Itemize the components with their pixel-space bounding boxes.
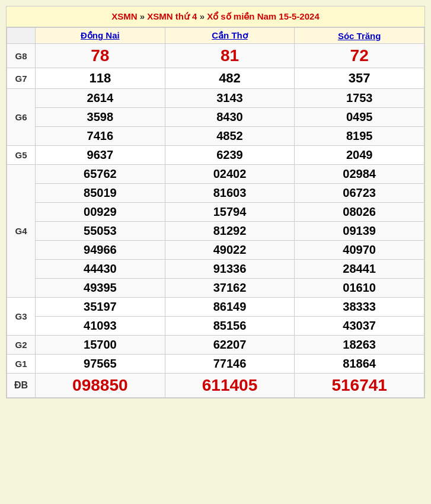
g4-r1-can-tho: 02402 (165, 165, 295, 184)
dong-nai-header: Đồng Nai (36, 28, 165, 44)
g4-r1-soc-trang: 02984 (295, 165, 424, 184)
g8-row: G8 78 81 72 (7, 44, 424, 68)
g3-r1-dong-nai: 35197 (36, 298, 165, 317)
g4-r3-soc-trang: 08026 (295, 203, 424, 222)
g6-r3-dong-nai: 7416 (36, 127, 165, 146)
g4-r2-dong-nai: 85019 (36, 184, 165, 203)
g3-row-2: 41093 85156 43037 (7, 317, 424, 336)
g3-r1-soc-trang: 38333 (295, 298, 424, 317)
g6-label: G6 (7, 89, 36, 146)
g6-r2-dong-nai: 3598 (36, 108, 165, 127)
db-label: ĐB (7, 374, 36, 398)
g4-r5-dong-nai: 94966 (36, 241, 165, 260)
g4-row-6: 44430 91336 28441 (7, 260, 424, 279)
g1-row: G1 97565 77146 81864 (7, 355, 424, 374)
db-can-tho: 611405 (165, 374, 295, 398)
g4-r3-dong-nai: 00929 (36, 203, 165, 222)
label-header (7, 28, 36, 44)
g3-r2-dong-nai: 41093 (36, 317, 165, 336)
g2-soc-trang: 18263 (295, 336, 424, 355)
g6-r3-soc-trang: 8195 (295, 127, 424, 146)
page-header: XSMN » XSMN thứ 4 » Xổ số miền Nam 15-5-… (7, 7, 424, 27)
g1-soc-trang: 81864 (295, 355, 424, 374)
g1-dong-nai: 97565 (36, 355, 165, 374)
g3-label: G3 (7, 298, 36, 336)
g1-can-tho: 77146 (165, 355, 295, 374)
g6-r1-can-tho: 3143 (165, 89, 295, 108)
g4-r4-dong-nai: 55053 (36, 222, 165, 241)
g3-r1-can-tho: 86149 (165, 298, 295, 317)
g4-r6-soc-trang: 28441 (295, 260, 424, 279)
g4-row-1: G4 65762 02402 02984 (7, 165, 424, 184)
db-dong-nai: 098850 (36, 374, 165, 398)
xsmn-link[interactable]: XSMN (111, 11, 137, 21)
sep1: » (140, 11, 148, 21)
g4-label: G4 (7, 165, 36, 298)
g5-can-tho: 6239 (165, 146, 295, 165)
g4-r5-can-tho: 49022 (165, 241, 295, 260)
g7-can-tho: 482 (165, 68, 295, 89)
g7-soc-trang: 357 (295, 68, 424, 89)
g8-can-tho: 81 (165, 44, 295, 68)
g4-r4-can-tho: 81292 (165, 222, 295, 241)
db-soc-trang: 516741 (295, 374, 424, 398)
soc-trang-header: Sóc Trăng (295, 28, 424, 44)
g3-row-1: G3 35197 86149 38333 (7, 298, 424, 317)
g2-dong-nai: 15700 (36, 336, 165, 355)
g4-row-5: 94966 49022 40970 (7, 241, 424, 260)
g8-label: G8 (7, 44, 36, 68)
page-title: Xổ số miền Nam 15-5-2024 (207, 11, 320, 21)
soc-trang-link[interactable]: Sóc Trăng (338, 31, 381, 41)
main-container: XSMN » XSMN thứ 4 » Xổ số miền Nam 15-5-… (6, 6, 425, 398)
g3-r2-can-tho: 85156 (165, 317, 295, 336)
g4-r4-soc-trang: 09139 (295, 222, 424, 241)
g4-row-2: 85019 81603 06723 (7, 184, 424, 203)
g8-soc-trang: 72 (295, 44, 424, 68)
g4-r3-can-tho: 15794 (165, 203, 295, 222)
g6-row-1: G6 2614 3143 1753 (7, 89, 424, 108)
g4-row-3: 00929 15794 08026 (7, 203, 424, 222)
g7-row: G7 118 482 357 (7, 68, 424, 89)
g5-soc-trang: 2049 (295, 146, 424, 165)
g4-r1-dong-nai: 65762 (36, 165, 165, 184)
g2-row: G2 15700 62207 18263 (7, 336, 424, 355)
g4-r7-soc-trang: 01610 (295, 279, 424, 298)
can-tho-link[interactable]: Cần Thơ (212, 30, 248, 40)
g6-r2-soc-trang: 0495 (295, 108, 424, 127)
g2-can-tho: 62207 (165, 336, 295, 355)
column-header-row: Đồng Nai Cần Thơ Sóc Trăng (7, 28, 424, 44)
g4-r7-dong-nai: 49395 (36, 279, 165, 298)
g3-r2-soc-trang: 43037 (295, 317, 424, 336)
g6-row-3: 7416 4852 8195 (7, 127, 424, 146)
g2-label: G2 (7, 336, 36, 355)
g7-dong-nai: 118 (36, 68, 165, 89)
g5-row: G5 9637 6239 2049 (7, 146, 424, 165)
lottery-table: Đồng Nai Cần Thơ Sóc Trăng G8 78 81 72 G… (7, 27, 424, 398)
g4-r6-dong-nai: 44430 (36, 260, 165, 279)
dong-nai-link[interactable]: Đồng Nai (81, 30, 120, 40)
g6-r3-can-tho: 4852 (165, 127, 295, 146)
g6-r1-soc-trang: 1753 (295, 89, 424, 108)
g1-label: G1 (7, 355, 36, 374)
g4-r7-can-tho: 37162 (165, 279, 295, 298)
g5-label: G5 (7, 146, 36, 165)
g7-label: G7 (7, 68, 36, 89)
xsmn-thu4-link[interactable]: XSMN thứ 4 (147, 11, 197, 21)
db-row: ĐB 098850 611405 516741 (7, 374, 424, 398)
g8-dong-nai: 78 (36, 44, 165, 68)
sep2: » (200, 11, 207, 21)
g4-r2-soc-trang: 06723 (295, 184, 424, 203)
g5-dong-nai: 9637 (36, 146, 165, 165)
can-tho-header: Cần Thơ (165, 28, 295, 44)
g4-row-7: 49395 37162 01610 (7, 279, 424, 298)
g6-row-2: 3598 8430 0495 (7, 108, 424, 127)
g4-r5-soc-trang: 40970 (295, 241, 424, 260)
g4-r2-can-tho: 81603 (165, 184, 295, 203)
g4-r6-can-tho: 91336 (165, 260, 295, 279)
g4-row-4: 55053 81292 09139 (7, 222, 424, 241)
g6-r1-dong-nai: 2614 (36, 89, 165, 108)
g6-r2-can-tho: 8430 (165, 108, 295, 127)
